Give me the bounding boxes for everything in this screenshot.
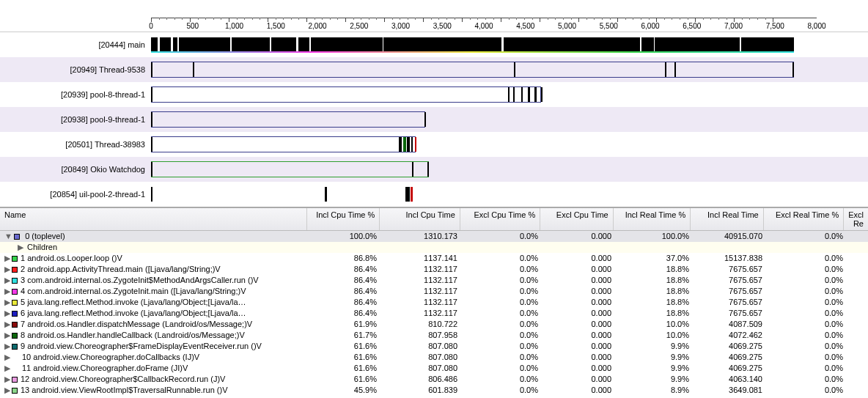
thread-track[interactable] [151,107,817,132]
table-row[interactable]: ▶5 java.lang.reflect.Method.invoke (Ljav… [0,297,868,308]
cell: 4069.275 [694,363,767,374]
table-row[interactable]: ▶6 java.lang.reflect.Method.invoke (Ljav… [0,308,868,319]
event-marker[interactable] [424,112,426,127]
col-excl-cpu[interactable]: Excl Cpu Time [540,208,613,230]
table-row[interactable]: ▶8 android.os.Handler.handleCallback (La… [0,330,868,341]
col-excl-real-pct[interactable]: Excl Real Time % [763,208,843,230]
event-marker[interactable] [407,137,410,152]
event-marker[interactable] [665,62,666,77]
ruler-subtick [688,18,688,20]
disclosure-right-icon[interactable]: ▶ [4,297,10,308]
event-marker[interactable] [792,62,794,77]
time-ruler[interactable]: 05001,0001,5002,0002,5003,0003,5004,0004… [151,0,864,32]
event-marker[interactable] [151,112,152,127]
thread-row[interactable]: [20939] pool-8-thread-1 [0,82,868,107]
event-marker[interactable] [325,187,327,202]
disclosure-right-icon[interactable]: ▶ [4,253,10,264]
event-marker[interactable] [534,87,537,102]
disclosure-right-icon[interactable]: ▶ [4,286,10,297]
table-row[interactable]: ▶13 android.view.ViewRootImpl$TraversalR… [0,385,868,396]
disclosure-right-icon[interactable]: ▶ [4,363,10,374]
table-row[interactable]: ▶10 android.view.Choreographer.doCallbac… [0,352,868,363]
disclosure-right-icon[interactable]: ▶ [4,352,10,363]
col-incl-real-pct[interactable]: Incl Real Time % [613,208,690,230]
event-marker[interactable] [405,187,410,202]
event-marker[interactable] [528,87,530,102]
disclosure-right-icon[interactable]: ▶ [4,341,10,352]
table-row[interactable]: ▶1 android.os.Looper.loop ()V86.8%1137.1… [0,253,868,264]
ruler-tick [578,18,579,22]
col-incl-cpu[interactable]: Incl Cpu Time [379,208,459,230]
disclosure-right-icon[interactable]: ▶ [4,319,10,330]
event-marker[interactable] [151,162,152,177]
table-row[interactable]: ▶12 android.view.Choreographer$CallbackR… [0,374,868,385]
thread-row[interactable]: [20849] Okio Watchdog [0,157,868,182]
col-excl-cpu-pct[interactable]: Excl Cpu Time % [460,208,540,230]
event-marker[interactable] [513,87,515,102]
cell: 86.8% [308,253,381,264]
disclosure-down-icon[interactable]: ▼ [4,231,10,242]
activity-block[interactable] [151,37,794,52]
thread-track[interactable] [151,57,817,82]
ruler-tick [384,18,385,22]
disclosure-right-icon[interactable]: ▶ [4,330,10,341]
ruler-subtick [159,18,160,20]
disclosure-right-icon[interactable]: ▶ [4,374,10,385]
thread-track[interactable] [151,182,817,207]
cell: 86.4% [308,264,381,275]
event-marker[interactable] [427,162,429,177]
ruler-subtick [757,18,758,20]
thread-row[interactable]: [20938] pool-9-thread-1 [0,107,868,132]
cell: 61.7% [308,330,381,341]
cell: 1132.117 [381,308,462,319]
table-row[interactable]: ▼ 0 (toplevel) 100.0% 1310.173 0.0% 0.00… [0,231,868,242]
ruler-tick [462,18,463,22]
table-row[interactable]: ▶4 com.android.internal.os.ZygoteInit.ma… [0,286,868,297]
table-row[interactable]: ▶ Children [0,242,868,253]
event-marker[interactable] [674,62,676,77]
table-row[interactable]: ▶3 com.android.internal.os.ZygoteInit$Me… [0,275,868,286]
event-marker[interactable] [411,137,413,152]
disclosure-right-icon[interactable]: ▶ [18,242,23,253]
disclosure-right-icon[interactable]: ▶ [4,275,10,286]
event-marker[interactable] [541,87,542,102]
col-incl-cpu-pct[interactable]: Incl Cpu Time % [306,208,380,230]
cell: 0.0% [462,385,542,396]
table-row[interactable]: ▶11 android.view.Choreographer.doFrame (… [0,363,868,374]
event-marker[interactable] [193,62,194,77]
col-excl-real[interactable]: Excl Re [843,208,868,230]
event-marker[interactable] [151,137,152,152]
thread-row[interactable]: [20854] uil-pool-2-thread-1 [0,182,868,207]
event-marker[interactable] [151,87,152,102]
thread-label: [20501] Thread-38983 [0,132,151,157]
table-header[interactable]: Name Incl Cpu Time % Incl Cpu Time Excl … [0,208,868,231]
cell: 61.6% [308,363,381,374]
col-incl-real[interactable]: Incl Real Time [690,208,763,230]
event-marker[interactable] [415,137,416,152]
thread-track[interactable] [151,32,817,57]
event-marker[interactable] [411,187,413,202]
activity-gap [309,37,311,52]
thread-row[interactable]: [20444] main [0,32,868,57]
thread-track[interactable] [151,82,817,107]
disclosure-right-icon[interactable]: ▶ [4,385,10,396]
col-name[interactable]: Name [0,208,306,230]
event-marker[interactable] [514,62,515,77]
cell: 0.000 [542,253,616,264]
thread-track[interactable] [151,157,817,182]
disclosure-right-icon[interactable]: ▶ [4,308,10,319]
event-marker[interactable] [412,162,413,177]
event-marker[interactable] [151,187,152,202]
event-marker[interactable] [403,137,406,152]
table-row[interactable]: ▶2 android.app.ActivityThread.main ([Lja… [0,264,868,275]
event-marker[interactable] [151,62,152,77]
thread-row[interactable]: [20501] Thread-38983 [0,132,868,157]
table-row[interactable]: ▶9 android.view.Choreographer$FrameDispl… [0,341,868,352]
event-marker[interactable] [521,87,523,102]
thread-row[interactable]: [20949] Thread-9538 [0,57,868,82]
table-row[interactable]: ▶7 android.os.Handler.dispatchMessage (L… [0,319,868,330]
event-marker[interactable] [508,87,510,102]
event-marker[interactable] [399,137,402,152]
disclosure-right-icon[interactable]: ▶ [4,264,10,275]
thread-track[interactable] [151,132,817,157]
